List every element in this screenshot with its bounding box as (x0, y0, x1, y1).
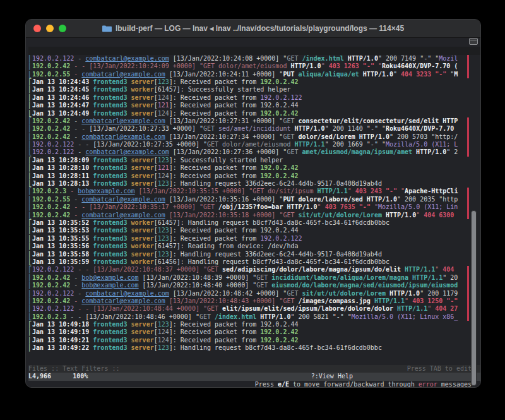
log-line[interactable]: ⎣192.0.2.55 - combatcarl@example.com [13… (28, 71, 480, 78)
log-line[interactable]: ⎡Jan 13 10:28:09 frontend3 server[123]: … (28, 157, 480, 164)
log-line[interactable]: ⎢Jan 13 10:28:11 frontend3 server[124]: … (28, 172, 480, 180)
log-line[interactable]: ⎢Jan 13 10:35:58 frontend3 server[123]: … (28, 251, 480, 258)
tab-hint-text: Press TAB to edit (407, 365, 472, 373)
log-line[interactable]: ⎢192.0.2.42 - - [13/Jan/2022:10:35:17 +0… (28, 203, 480, 211)
log-line[interactable]: ⎣192.0.2.122 - combatcarl@example.com [1… (28, 148, 480, 156)
status-bar: L4,966 100% ?:View Help (28, 373, 480, 380)
minimize-window-button[interactable] (46, 25, 54, 32)
session-time-line: 2022-09-01T14:09:34 PDT (28, 39, 480, 47)
log-line[interactable]: ⎢192.0.2.42 - bob@example.com [13/Jan/20… (28, 282, 480, 289)
prompt-hint-mid: to move forward/backward through (289, 381, 419, 388)
prompt-error-word: error (419, 381, 437, 388)
log-line[interactable]: ⎣Jan 13 10:35:59 frontend3 worker[61456]… (28, 258, 480, 266)
log-line[interactable]: ⎢192.0.2.42 - - [13/Jan/2022:10:27:33 +0… (28, 125, 480, 133)
error-indicator (467, 148, 469, 156)
log-line[interactable]: ⎡Jan 13 10:35:52 frontend3 worker[61457]… (28, 219, 480, 227)
scrollbar-config-panel-icon[interactable] (469, 38, 478, 45)
terminal-content[interactable]: 2022-09-01T14:09:34 PDT LOG⟩2022-01-13T1… (26, 38, 480, 388)
error-indicator (467, 63, 469, 70)
prompt-hotkey: e/E (278, 381, 289, 388)
folder-icon (102, 25, 112, 32)
files-filter-label[interactable]: Files :: Text Filters :: (28, 365, 120, 373)
close-window-button[interactable] (33, 25, 41, 32)
prompt-hint-suffix: messages (437, 381, 472, 388)
log-line[interactable]: ⎢192.0.2.42 - bob@example.com [13/Jan/20… (28, 274, 480, 282)
log-line[interactable]: ⎡192.0.2.3 - bob@example.com [13/Jan/202… (28, 188, 480, 195)
prompt-line[interactable]: Press e/E to move forward/backward throu… (28, 381, 480, 388)
log-line[interactable]: ⎢192.0.2.122 - - [13/Jan/2022:10:27:35 +… (28, 141, 480, 148)
log-line[interactable]: ⎢192.0.2.42 - combatcarl@example.com [13… (28, 133, 480, 141)
line-number-indicator: L4,966 (28, 373, 51, 380)
error-indicator (467, 212, 469, 219)
breadcrumb[interactable]: LOG⟩2022-01-13T10:24:08.000⟩access_log⟩a… (28, 47, 480, 54)
title-bar[interactable]: lbuild-perf — LOG — lnav ◂ lnav ../lnav/… (26, 20, 480, 38)
log-line[interactable]: ⎢Jan 13 10:28:10 frontend3 server[121]: … (28, 164, 480, 172)
log-line[interactable]: ⎡Jan 13 10:49:18 frontend3 server[123]: … (28, 321, 480, 328)
error-indicator (467, 313, 469, 321)
log-line[interactable]: ⎢Jan 13 10:49:22 frontend3 server[123]: … (28, 344, 480, 352)
terminal-window: lbuild-perf — LOG — lnav ◂ lnav ../lnav/… (25, 19, 481, 388)
log-line[interactable]: ⎢Jan 13 10:24:47 frontend3 server[121]: … (28, 102, 480, 109)
log-line[interactable]: ⎢Jan 13 10:35:53 frontend3 server[123]: … (28, 227, 480, 234)
error-indicator (467, 125, 469, 133)
log-line[interactable]: ⎢192.0.2.55 - combatcarl@example.com [13… (28, 196, 480, 203)
log-line[interactable]: ⎢Jan 13 10:24:45 frontend3 worker[61457]… (28, 86, 480, 93)
zoom-window-button[interactable] (59, 25, 66, 32)
error-indicator (467, 55, 469, 63)
log-line[interactable]: ⎡Jan 13 10:24:43 frontend3 server[123]: … (28, 78, 480, 86)
log-view[interactable]: ⎢192.0.2.122 - combatcarl@example.com [1… (28, 55, 480, 352)
log-line[interactable]: ⎣192.0.2.3 - - [13/Jan/2022:10:48:46 +00… (28, 313, 480, 321)
desktop: { "window": { "title": "lbuild-perf — LO… (0, 0, 505, 420)
window-title-text: lbuild-perf — LOG — lnav ◂ lnav ../lnav/… (116, 24, 404, 33)
error-indicator (467, 133, 469, 141)
log-line[interactable]: ⎢192.0.2.42 - - [13/Jan/2022:10:24:09 +0… (28, 63, 480, 70)
scrollbar-thumb[interactable] (471, 210, 477, 386)
view-help-hint: ?:View Help (311, 373, 353, 380)
log-line[interactable]: ⎣Jan 13 10:24:49 frontend3 server[124]: … (28, 110, 480, 117)
prompt-hint-prefix: Press (255, 381, 278, 388)
log-line[interactable]: ⎣Jan 13 10:28:13 frontend3 server[123]: … (28, 180, 480, 188)
log-line[interactable]: ⎢192.0.2.122 - combatcarl@example.com [1… (28, 290, 480, 297)
error-indicator (467, 203, 469, 211)
files-filter-bar[interactable]: Files :: Text Filters :: Press TAB to ed… (28, 365, 480, 373)
log-line[interactable]: ⎣192.0.2.42 - combatcarl@example.com [13… (28, 212, 480, 219)
error-indicator (467, 274, 469, 282)
scroll-percent-indicator: 100% (73, 373, 88, 380)
log-line[interactable]: ⎢192.0.2.122 - combatcarl@example.com [1… (28, 55, 480, 63)
log-line[interactable]: ⎢Jan 13 10:24:46 frontend3 server[124]: … (28, 94, 480, 102)
error-indicator (467, 196, 469, 203)
log-line[interactable]: ⎢Jan 13 10:35:56 frontend3 worker[61457]… (28, 243, 480, 250)
log-view-empty-space (28, 352, 480, 365)
traffic-lights (33, 25, 66, 32)
log-line[interactable]: ⎢Jan 13 10:49:21 frontend3 server[124]: … (28, 337, 480, 344)
log-line[interactable]: ⎢192.0.2.42 - combatcarl@example.com [13… (28, 297, 480, 305)
error-indicator (467, 117, 469, 125)
log-line[interactable]: ⎡192.0.2.122 - - [13/Jan/2022:10:48:37 +… (28, 266, 480, 273)
log-line[interactable]: ⎢Jan 13 10:49:19 frontend3 server[124]: … (28, 328, 480, 336)
error-indicator (467, 297, 469, 305)
window-title: lbuild-perf — LOG — lnav ◂ lnav ../lnav/… (102, 24, 404, 33)
error-indicator (467, 71, 469, 78)
log-line[interactable]: ⎢192.0.2.122 - - [13/Jan/2022:10:48:44 +… (28, 305, 480, 313)
error-indicator (467, 266, 469, 273)
error-indicator (467, 188, 469, 195)
error-indicator (467, 282, 469, 289)
error-indicator (467, 290, 469, 297)
log-line[interactable]: ⎢Jan 13 10:35:55 frontend3 server[123]: … (28, 235, 480, 243)
error-indicator (467, 141, 469, 148)
error-indicator (467, 305, 469, 313)
log-line[interactable]: ⎡192.0.2.42 - combatcarl@example.com [13… (28, 117, 480, 125)
